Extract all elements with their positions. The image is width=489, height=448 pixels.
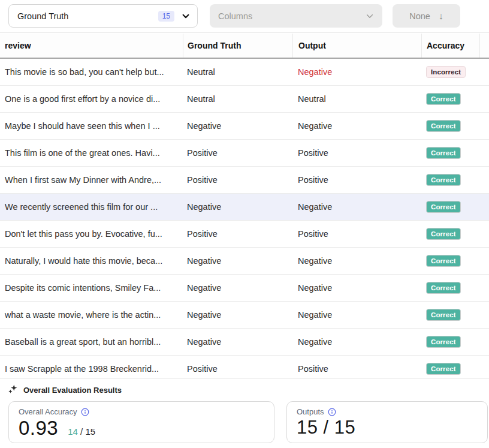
- review-cell: One is a good first effort by a novice d…: [0, 94, 183, 104]
- accuracy-status-badge: Correct: [426, 282, 461, 294]
- chevron-down-icon: [366, 12, 374, 20]
- output-cell: Positive: [292, 364, 421, 374]
- table-row[interactable]: Despite its comic intentions, Smiley Fa.…: [0, 275, 489, 302]
- accuracy-status-badge: Correct: [426, 336, 461, 348]
- sort-button[interactable]: None ↓: [393, 4, 460, 28]
- review-cell: This film is one of the great ones. Havi…: [0, 148, 183, 158]
- accuracy-cell: Correct: [421, 147, 479, 159]
- review-cell: Despite its comic intentions, Smiley Fa.…: [0, 283, 183, 293]
- overall-accuracy-value: 0.93: [19, 417, 58, 440]
- accuracy-status-badge: Incorrect: [426, 66, 466, 78]
- output-cell: Negative: [292, 256, 421, 266]
- accuracy-status-badge: Correct: [426, 228, 461, 240]
- review-cell: We recently screened this film for our .…: [0, 202, 183, 212]
- output-cell: Positive: [292, 148, 421, 158]
- column-header-accuracy: Accuracy: [421, 34, 479, 58]
- column-header-ground-truth: Ground Truth: [183, 34, 292, 58]
- review-cell: Naturally, I would hate this movie, beca…: [0, 256, 183, 266]
- accuracy-status-badge: Correct: [426, 93, 461, 105]
- output-cell: Negative: [292, 121, 421, 131]
- table-row[interactable]: Maybe I should have seen this when I ...…: [0, 113, 489, 140]
- overall-evaluation-header: Overall Evaluation Results: [0, 378, 489, 396]
- overall-evaluation-panel: Overall Evaluation Results Overall Accur…: [0, 378, 489, 448]
- sort-button-label: None: [409, 11, 430, 21]
- output-cell: Negative: [292, 283, 421, 293]
- ground-truth-cell: Neutral: [183, 94, 292, 104]
- review-cell: When I first saw My Dinner with Andre,..…: [0, 175, 183, 185]
- column-header-review: review: [0, 41, 183, 50]
- output-cell: Positive: [292, 175, 421, 185]
- accuracy-cell: Incorrect: [421, 66, 479, 78]
- ground-truth-cell: Positive: [183, 148, 292, 158]
- sparkles-icon: [8, 384, 18, 396]
- output-cell: Negative: [292, 337, 421, 347]
- ground-truth-cell: Negative: [183, 256, 292, 266]
- output-cell: Positive: [292, 229, 421, 239]
- output-cell: Neutral: [292, 94, 421, 104]
- info-icon[interactable]: [328, 408, 336, 416]
- accuracy-cell: Correct: [421, 174, 479, 186]
- overall-evaluation-title: Overall Evaluation Results: [23, 386, 122, 395]
- column-header-output: Output: [292, 34, 421, 58]
- outputs-card: Outputs 15 / 15: [286, 401, 488, 443]
- sort-direction-down-icon: ↓: [439, 11, 443, 22]
- table-row[interactable]: This movie is so bad, you can't help but…: [0, 59, 489, 86]
- evaluation-results-page: Ground Truth 15 Columns None ↓ review Gr…: [0, 0, 489, 448]
- accuracy-status-badge: Correct: [426, 255, 461, 267]
- accuracy-status-badge: Correct: [426, 147, 461, 159]
- table-row[interactable]: One is a good first effort by a novice d…: [0, 86, 489, 113]
- overall-accuracy-fraction: 14 / 15: [68, 426, 95, 437]
- table-body: This movie is so bad, you can't help but…: [0, 59, 489, 383]
- accuracy-cell: Correct: [421, 228, 479, 240]
- accuracy-cell: Correct: [421, 201, 479, 213]
- toolbar: Ground Truth 15 Columns None ↓: [0, 0, 489, 33]
- ground-truth-column-select[interactable]: Ground Truth 15: [8, 4, 198, 28]
- ground-truth-cell: Positive: [183, 229, 292, 239]
- accuracy-cell: Correct: [421, 255, 479, 267]
- accuracy-status-badge: Correct: [426, 309, 461, 321]
- ground-truth-cell: Neutral: [183, 67, 292, 77]
- table-row[interactable]: This film is one of the great ones. Havi…: [0, 140, 489, 167]
- ground-truth-cell: Negative: [183, 337, 292, 347]
- table-row[interactable]: Naturally, I would hate this movie, beca…: [0, 248, 489, 275]
- review-cell: This movie is so bad, you can't help but…: [0, 67, 183, 77]
- table-row[interactable]: what a waste movie, where is the actin..…: [0, 302, 489, 329]
- overall-accuracy-card: Overall Accuracy 0.93 14 / 15: [8, 401, 274, 443]
- accuracy-cell: Correct: [421, 282, 479, 294]
- column-header-gutter: [479, 34, 489, 58]
- review-cell: Maybe I should have seen this when I ...: [0, 121, 183, 131]
- review-cell: Don't let this pass you by. Evocative, f…: [0, 229, 183, 239]
- columns-select[interactable]: Columns: [210, 4, 382, 28]
- output-cell: Negative: [292, 310, 421, 320]
- overall-accuracy-label: Overall Accuracy: [19, 407, 77, 416]
- ground-truth-cell: Positive: [183, 364, 292, 374]
- accuracy-status-badge: Correct: [426, 201, 461, 213]
- ground-truth-select-label: Ground Truth: [17, 11, 158, 21]
- output-cell: Negative: [292, 67, 421, 77]
- chevron-down-icon: [182, 12, 190, 20]
- results-table: review Ground Truth Output Accuracy This…: [0, 34, 489, 383]
- ground-truth-cell: Negative: [183, 202, 292, 212]
- accuracy-status-badge: Correct: [426, 120, 461, 132]
- output-cell: Negative: [292, 202, 421, 212]
- table-row[interactable]: Don't let this pass you by. Evocative, f…: [0, 221, 489, 248]
- row-count-badge: 15: [158, 11, 174, 22]
- table-row[interactable]: Baseball is a great sport, but an horrib…: [0, 329, 489, 356]
- accuracy-status-badge: Correct: [426, 174, 461, 186]
- review-cell: I saw Scrapple at the 1998 Breckenrid...: [0, 364, 183, 374]
- accuracy-cell: Correct: [421, 120, 479, 132]
- table-row[interactable]: When I first saw My Dinner with Andre,..…: [0, 167, 489, 194]
- accuracy-cell: Correct: [421, 93, 479, 105]
- outputs-label: Outputs: [297, 407, 324, 416]
- table-row[interactable]: We recently screened this film for our .…: [0, 194, 489, 221]
- ground-truth-cell: Negative: [183, 121, 292, 131]
- ground-truth-cell: Positive: [183, 175, 292, 185]
- accuracy-cell: Correct: [421, 309, 479, 321]
- info-icon[interactable]: [81, 408, 89, 416]
- columns-select-placeholder: Columns: [218, 11, 366, 21]
- accuracy-status-badge: Correct: [426, 363, 461, 375]
- review-cell: what a waste movie, where is the actin..…: [0, 310, 183, 320]
- review-cell: Baseball is a great sport, but an horrib…: [0, 337, 183, 347]
- accuracy-cell: Correct: [421, 363, 479, 375]
- ground-truth-cell: Negative: [183, 283, 292, 293]
